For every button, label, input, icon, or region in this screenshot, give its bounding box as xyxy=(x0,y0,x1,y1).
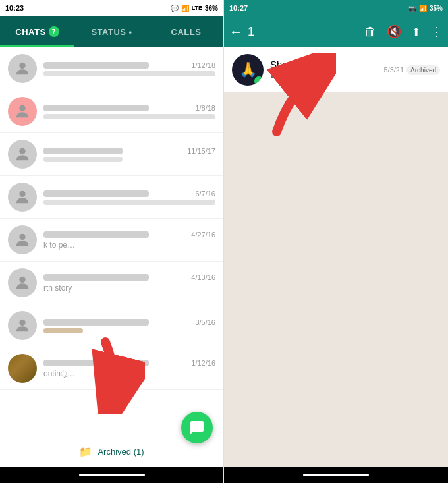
chat-name-blur xyxy=(43,190,149,197)
home-bar-right xyxy=(303,474,369,476)
tab-calls[interactable]: CALLS xyxy=(149,16,223,47)
contact-name: Sheeban Jio xyxy=(270,59,384,70)
chat-content: 3/5/16 xyxy=(43,318,215,333)
camera-icon: 📷 xyxy=(408,5,416,12)
chat-content: 11/15/17 xyxy=(43,147,215,162)
chat-bottom xyxy=(43,71,215,76)
chat-bottom xyxy=(43,157,215,162)
svg-point-1 xyxy=(19,105,25,111)
chat-msg-text: rth story xyxy=(43,283,72,293)
chat-item[interactable]: 1/12/18 xyxy=(0,47,223,90)
compose-icon xyxy=(189,420,205,436)
time-left: 10:23 xyxy=(5,4,24,12)
chat-date: 3/5/16 xyxy=(195,318,215,326)
chat-name-blur xyxy=(43,319,149,326)
right-panel: 10:27 📷 📶 35% ← 1 🗑 🔇 ⬆ ⋮ xyxy=(224,0,448,483)
chat-bottom: ontinु… xyxy=(43,369,215,378)
action-bar: ← 1 🗑 🔇 ⬆ ⋮ xyxy=(224,16,448,47)
chat-item-last[interactable]: 1/12/16 ontinु… xyxy=(0,347,223,390)
chat-name-blur xyxy=(43,105,149,111)
svg-point-0 xyxy=(19,63,25,69)
chats-badge: 7 xyxy=(49,26,59,37)
compose-fab[interactable] xyxy=(181,412,213,443)
back-button[interactable]: ← xyxy=(229,24,242,40)
chat-top: 3/5/16 xyxy=(43,318,215,326)
tab-calls-label: CALLS xyxy=(171,27,202,37)
chat-content: 1/8/18 xyxy=(43,104,215,119)
svg-point-6 xyxy=(19,320,25,326)
chat-msg-text: ontinु… xyxy=(43,369,75,378)
avatar xyxy=(8,268,37,297)
archive-icon: 📁 xyxy=(79,445,92,458)
chat-date: 4/27/16 xyxy=(191,231,215,239)
avatar-last xyxy=(8,354,37,383)
chat-content: 1/12/18 xyxy=(43,61,215,76)
battery-left: 36% xyxy=(205,5,218,12)
svg-point-2 xyxy=(19,148,25,154)
avatar xyxy=(8,311,37,340)
chat-msg-blur xyxy=(43,157,123,162)
contact-row[interactable]: 🙏 ✓ Sheeban Jio ✔ 😊😊 5/3/21 Archived xyxy=(224,47,448,92)
avatar xyxy=(8,140,37,169)
chat-content: 4/13/16 rth story xyxy=(43,273,215,293)
contact-status: ✔ 😊😊 xyxy=(270,71,384,81)
avatar xyxy=(8,225,37,254)
chat-item[interactable]: 6/7/16 xyxy=(0,176,223,219)
chat-area xyxy=(224,92,448,467)
battery-right: 35% xyxy=(430,5,443,12)
contact-info: Sheeban Jio ✔ 😊😊 xyxy=(270,59,384,81)
chat-content: 1/12/16 ontinु… xyxy=(43,359,215,378)
chat-name-blur xyxy=(43,231,149,238)
chat-content: 6/7/16 xyxy=(43,190,215,205)
archived-badge: Archived xyxy=(406,65,440,75)
chat-bottom xyxy=(43,328,215,333)
chat-msg-blur xyxy=(43,71,215,76)
chat-msg-blur-highlight xyxy=(43,328,83,333)
avatar xyxy=(8,97,37,126)
svg-point-4 xyxy=(19,234,25,240)
status-icons-left: 💬 📶 LTE 36% xyxy=(171,5,218,12)
chat-date: 1/12/18 xyxy=(191,61,215,69)
chat-msg-blur xyxy=(43,114,215,119)
tab-status[interactable]: STATUS • xyxy=(74,16,149,47)
chat-name-blur xyxy=(43,62,149,69)
chat-item[interactable]: 11/15/17 xyxy=(0,133,223,176)
avatar xyxy=(8,183,37,212)
chat-date: 11/15/17 xyxy=(187,147,215,155)
unarchive-icon[interactable]: ⬆ xyxy=(412,26,420,38)
lte-icon: LTE xyxy=(192,5,202,11)
chat-date: 6/7/16 xyxy=(195,190,215,198)
archived-label: Archived (1) xyxy=(98,447,144,457)
chat-item[interactable]: 3/5/16 xyxy=(0,304,223,347)
chat-top: 1/8/18 xyxy=(43,104,215,112)
chat-bottom xyxy=(43,200,215,205)
chat-date: 1/12/16 xyxy=(191,359,215,367)
mute-icon[interactable]: 🔇 xyxy=(387,24,401,39)
delete-icon[interactable]: 🗑 xyxy=(364,25,376,39)
tab-status-label: STATUS • xyxy=(91,27,132,37)
time-right: 10:27 xyxy=(229,4,248,12)
whatsapp-icon: 💬 xyxy=(171,5,179,12)
selection-count: 1 xyxy=(248,25,364,39)
more-icon[interactable]: ⋮ xyxy=(431,24,443,39)
status-icons-right: 📷 📶 35% xyxy=(408,5,443,12)
chat-date: 1/8/18 xyxy=(195,104,215,112)
action-icons: 🗑 🔇 ⬆ ⋮ xyxy=(364,24,443,39)
chat-item[interactable]: 1/8/18 xyxy=(0,90,223,133)
chat-bottom: k to pe… xyxy=(43,241,215,250)
signal-icon: 📶 xyxy=(181,5,189,12)
chat-bottom xyxy=(43,114,215,119)
chat-top: 1/12/18 xyxy=(43,61,215,69)
chat-top: 1/12/16 xyxy=(43,359,215,367)
chat-item[interactable]: 4/13/16 rth story xyxy=(0,262,223,304)
svg-point-5 xyxy=(19,277,25,283)
chat-msg-blur xyxy=(43,200,215,205)
tab-bar: CHATS 7 STATUS • CALLS xyxy=(0,16,223,47)
chat-content: 4/27/16 k to pe… xyxy=(43,231,215,250)
left-panel: 10:23 💬 📶 LTE 36% CHATS 7 STATUS • CALLS xyxy=(0,0,224,483)
tab-chats[interactable]: CHATS 7 xyxy=(0,16,74,47)
chat-item[interactable]: 4/27/16 k to pe… xyxy=(0,219,223,262)
home-indicator-right xyxy=(224,467,448,483)
chat-top: 11/15/17 xyxy=(43,147,215,155)
chat-top: 6/7/16 xyxy=(43,190,215,198)
